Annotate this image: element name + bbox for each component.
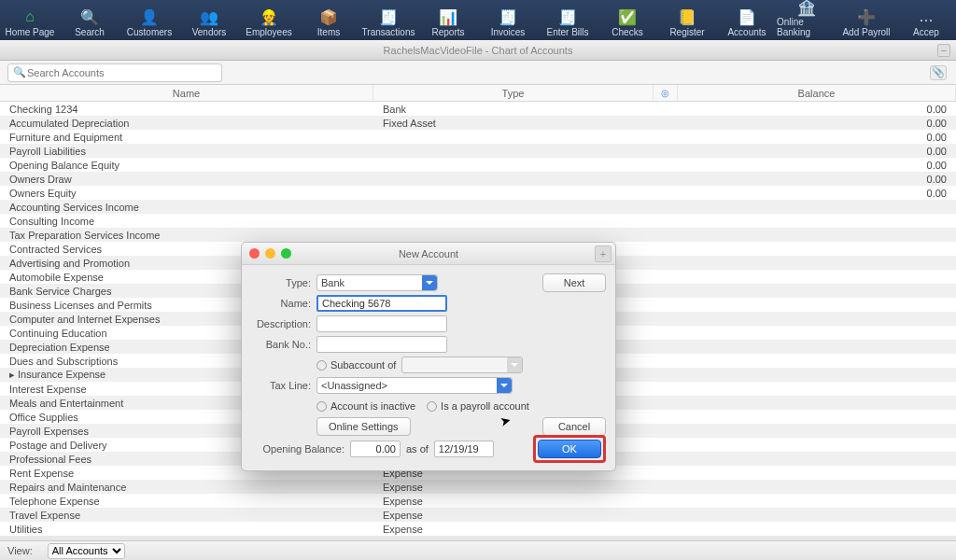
inactive-checkbox[interactable]	[316, 401, 327, 412]
table-row[interactable]: Owners Equity0.00	[0, 186, 956, 200]
toolbar-icon: 📊	[438, 7, 458, 27]
toolbar-icon: 👤	[139, 7, 160, 27]
cell-name: Repairs and Maintenance	[0, 482, 373, 493]
col-balance[interactable]: Balance	[678, 85, 956, 101]
table-row[interactable]: Repairs and MaintenanceExpense	[0, 480, 956, 494]
close-icon[interactable]	[249, 248, 260, 259]
taxline-value: <Unassigned>	[321, 380, 387, 391]
toolbar-customers[interactable]: 👤Customers	[120, 0, 179, 40]
toolbar-icon: 👷	[259, 7, 279, 27]
col-type[interactable]: Type	[373, 85, 654, 101]
toolbar-label: Accep	[913, 27, 939, 37]
payroll-checkbox[interactable]	[427, 401, 437, 412]
cell-balance: 0.00	[678, 174, 956, 185]
payroll-label: Is a payroll account	[441, 400, 529, 412]
minimize-icon[interactable]	[265, 248, 275, 259]
chevron-down-icon	[422, 275, 437, 290]
toolbar-accounts[interactable]: 📄Accounts	[717, 0, 777, 40]
toolbar-icon: ➕	[856, 7, 877, 27]
toolbar-icon: 🔍	[79, 7, 100, 27]
subaccount-checkbox[interactable]	[316, 360, 327, 371]
ok-button[interactable]: OK	[538, 440, 601, 458]
toolbar-employees[interactable]: 👷Employees	[239, 0, 299, 40]
table-row[interactable]: Accumulated DepreciationFixed Asset0.00	[0, 116, 956, 130]
asof-input[interactable]	[434, 441, 494, 457]
cell-name: Owners Equity	[0, 188, 373, 199]
chevron-down-icon	[507, 357, 522, 372]
description-input[interactable]	[316, 315, 447, 332]
toolbar-enter-bills[interactable]: 🧾Enter Bills	[538, 0, 598, 40]
toolbar-items[interactable]: 📦Items	[299, 0, 358, 40]
col-attachments[interactable]: ◎	[654, 85, 678, 101]
search-input[interactable]	[7, 63, 222, 82]
window-title-bar: RachelsMacVideoFile - Chart of Accounts …	[0, 40, 956, 61]
cell-balance: 0.00	[678, 188, 956, 199]
toolbar-label: Vendors	[192, 27, 227, 37]
subaccount-select[interactable]	[401, 357, 523, 373]
toolbar-label: Employees	[246, 27, 291, 37]
toolbar-vendors[interactable]: 👥Vendors	[179, 0, 239, 40]
toolbar-icon: ✅	[617, 7, 638, 27]
table-row[interactable]: Payroll Liabilities0.00	[0, 144, 956, 158]
toolbar-add-payroll[interactable]: ➕Add Payroll	[836, 0, 896, 40]
minimize-button[interactable]: –	[937, 44, 950, 57]
chevron-down-icon	[497, 378, 512, 393]
subaccount-label: Subaccount of	[330, 359, 396, 371]
toolbar-reports[interactable]: 📊Reports	[418, 0, 478, 40]
toolbar-icon: 📦	[318, 7, 339, 27]
opening-balance-input[interactable]	[350, 441, 401, 457]
table-row[interactable]: Checking 1234Bank0.00	[0, 102, 956, 116]
bankno-input[interactable]	[316, 336, 447, 353]
ok-highlight: OK	[533, 435, 606, 463]
view-filter-select[interactable]: All Accounts	[48, 543, 125, 559]
add-another-button[interactable]: +	[595, 245, 612, 262]
toolbar-label: Enter Bills	[546, 27, 588, 37]
table-row[interactable]: Consulting Income	[0, 214, 956, 228]
cell-balance: 0.00	[678, 146, 956, 157]
description-label: Description:	[251, 318, 316, 329]
zoom-icon[interactable]	[281, 248, 291, 259]
cancel-button[interactable]: Cancel	[542, 417, 606, 436]
name-label: Name:	[251, 298, 316, 309]
toolbar-icon: …	[916, 7, 936, 27]
table-row[interactable]: UtilitiesExpense	[0, 522, 956, 536]
cell-type: Expense	[373, 496, 654, 507]
toolbar-label: Add Payroll	[842, 27, 890, 37]
table-row[interactable]: Accounting Services Income	[0, 200, 956, 214]
table-row[interactable]: Opening Balance Equity0.00	[0, 158, 956, 172]
dialog-titlebar: New Account +	[242, 243, 615, 265]
toolbar-search[interactable]: 🔍Search	[60, 0, 120, 40]
next-button[interactable]: Next	[542, 273, 606, 292]
taxline-select[interactable]: <Unassigned>	[316, 377, 513, 394]
view-label: View:	[7, 545, 33, 556]
type-select[interactable]: Bank	[316, 274, 438, 291]
online-settings-button[interactable]: Online Settings	[316, 417, 411, 436]
app-toolbar: ⌂Home Page🔍Search👤Customers👥Vendors👷Empl…	[0, 0, 956, 40]
toolbar-transactions[interactable]: 🧾Transactions	[358, 0, 418, 40]
cell-name: Tax Preparation Services Income	[0, 230, 373, 241]
table-row[interactable]: Telephone ExpenseExpense	[0, 494, 956, 508]
toolbar-invoices[interactable]: 🧾Invoices	[478, 0, 538, 40]
toolbar-register[interactable]: 📒Register	[657, 0, 717, 40]
toolbar-online-banking[interactable]: 🏦Online Banking	[777, 0, 836, 40]
toolbar-label: Customers	[127, 27, 172, 37]
name-input[interactable]	[316, 295, 447, 312]
cell-name: Travel Expense	[0, 510, 373, 521]
toolbar-accep[interactable]: …Accep	[896, 0, 956, 40]
col-name[interactable]: Name	[0, 85, 373, 101]
cell-name: Checking 1234	[0, 104, 373, 115]
toolbar-home-page[interactable]: ⌂Home Page	[0, 0, 60, 40]
table-row[interactable]: Furniture and Equipment0.00	[0, 130, 956, 144]
attachments-button[interactable]: 📎	[930, 65, 947, 80]
toolbar-icon: 🧾	[557, 7, 578, 27]
cell-name: Accumulated Depreciation	[0, 118, 373, 129]
toolbar-checks[interactable]: ✅Checks	[598, 0, 657, 40]
new-account-dialog: New Account + Type: Bank Next Name:	[241, 242, 616, 471]
table-row[interactable]: Tax Preparation Services Income	[0, 228, 956, 242]
table-row[interactable]: Owners Draw0.00	[0, 172, 956, 186]
table-row[interactable]: Travel ExpenseExpense	[0, 508, 956, 522]
cell-name: Telephone Expense	[0, 496, 373, 507]
window-title: RachelsMacVideoFile - Chart of Accounts	[384, 45, 573, 56]
toolbar-icon: 📄	[737, 7, 757, 27]
footer-bar: View: All Accounts	[0, 540, 956, 560]
